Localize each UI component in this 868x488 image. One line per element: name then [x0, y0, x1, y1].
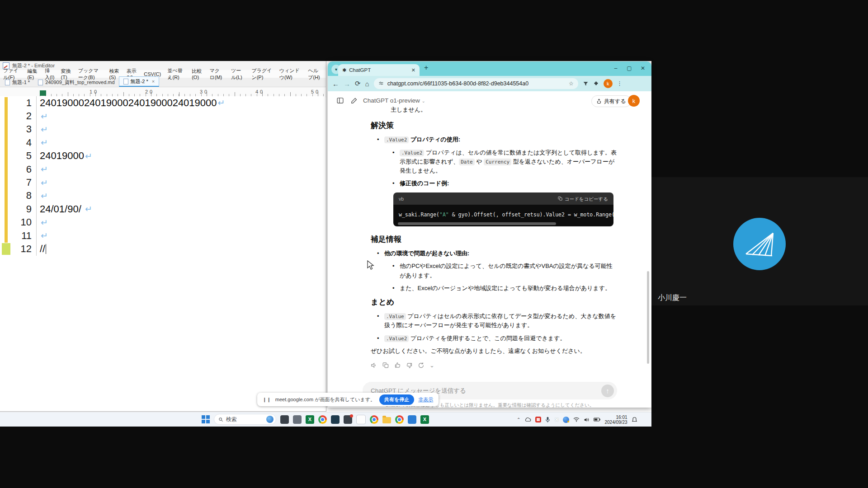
thumbs-up-icon[interactable]	[394, 362, 401, 369]
taskbar-app-icon-badge[interactable]	[344, 415, 352, 424]
forward-button[interactable]: →	[344, 80, 350, 88]
taskbar-app-icon[interactable]	[293, 415, 302, 424]
emeditor-tab[interactable]: 240909_資料_top_removed.md	[34, 78, 118, 87]
taskbar-excel-icon[interactable]: X	[420, 415, 429, 424]
chevron-down-icon[interactable]: ⌄	[429, 361, 434, 370]
emeditor-menu-item[interactable]: プラグイン(P)	[248, 67, 276, 81]
url-text[interactable]: chatgpt.com/c/66f11035-b634-800d-8f82-d9…	[387, 80, 529, 87]
new-chat-icon[interactable]	[350, 97, 358, 104]
copy-icon[interactable]	[382, 362, 389, 369]
read-aloud-icon[interactable]	[371, 362, 377, 369]
filter-extension-icon[interactable]	[583, 81, 589, 87]
tab-close-icon[interactable]: ×	[152, 79, 155, 84]
bookmark-star-icon[interactable]: ☆	[569, 80, 574, 87]
onedrive-cloud-icon[interactable]	[524, 417, 531, 422]
editor-line[interactable]: 2↵	[0, 109, 326, 122]
copy-code-button[interactable]: コードをコピーする	[558, 195, 608, 202]
taskbar-chrome-icon[interactable]	[395, 415, 404, 424]
emeditor-tab[interactable]: 無題-2 *×	[119, 76, 160, 87]
emeditor-menu-item[interactable]: ツール(L)	[228, 67, 248, 81]
tray-x-icon[interactable]: ✕	[554, 417, 559, 423]
tab-close-icon[interactable]: ✕	[411, 67, 415, 73]
taskbar-search[interactable]: 検索	[214, 414, 276, 425]
line-text[interactable]: ↵	[36, 136, 326, 149]
line-text[interactable]: ↵	[36, 216, 326, 229]
editor-line[interactable]: 12//	[0, 242, 326, 255]
wifi-icon[interactable]	[573, 417, 580, 422]
editor-line[interactable]: 924/01/90/ ↵	[0, 202, 326, 216]
taskbar-app-icon[interactable]	[331, 415, 340, 424]
speaker-icon[interactable]	[584, 417, 590, 422]
taskbar-clock[interactable]: 16:01 2024/09/23	[604, 415, 627, 425]
editor-line[interactable]: 124019000240190002401900024019000↵	[0, 96, 326, 109]
site-settings-icon[interactable]	[378, 81, 384, 86]
taskbar-excel-icon[interactable]: X	[306, 415, 314, 424]
line-text[interactable]: //	[36, 242, 326, 255]
line-text[interactable]: 24019000240190002401900024019000↵	[36, 96, 326, 109]
microphone-icon[interactable]	[545, 417, 550, 423]
back-button[interactable]: ←	[332, 80, 339, 88]
editor-line[interactable]: 7↵	[0, 176, 326, 189]
hide-link[interactable]: 非表示	[418, 396, 433, 403]
emeditor-tab[interactable]: 無題-1 *	[1, 78, 34, 87]
code-scrollbar[interactable]	[393, 221, 613, 226]
code-scrollbar-thumb[interactable]	[398, 222, 556, 225]
line-text[interactable]: 24019000↵	[36, 150, 326, 163]
thumbs-down-icon[interactable]	[406, 362, 413, 369]
taskbar-app-icon[interactable]	[280, 415, 289, 424]
maximize-button[interactable]: ▢	[623, 62, 636, 74]
regenerate-icon[interactable]	[418, 362, 425, 369]
notification-bell-icon[interactable]	[632, 417, 637, 423]
page-scrollbar[interactable]	[647, 271, 649, 364]
emeditor-text-area[interactable]: 124019000240190002401900024019000↵2↵3↵4↵…	[0, 96, 326, 411]
ruler-number: 20	[145, 89, 154, 94]
editor-line[interactable]: 4↵	[0, 136, 326, 149]
editor-line[interactable]: 10↵	[0, 216, 326, 229]
editor-line[interactable]: 6↵	[0, 163, 326, 176]
close-button[interactable]: ✕	[636, 62, 650, 74]
emeditor-menu-item[interactable]: 比較(O)	[189, 68, 206, 80]
line-text[interactable]: ↵	[36, 229, 326, 242]
browser-tab-chatgpt[interactable]: ✱ ChatGPT ✕	[338, 64, 420, 76]
line-text[interactable]: 24/01/90/ ↵	[36, 202, 326, 216]
home-button[interactable]: ⌂	[365, 80, 369, 88]
editor-line[interactable]: 8↵	[0, 189, 326, 202]
send-button[interactable]: ↑	[601, 385, 614, 397]
sidebar-toggle-icon[interactable]	[336, 97, 344, 104]
line-text[interactable]: ↵	[36, 163, 326, 176]
emeditor-menu-item[interactable]: CSV(C)	[141, 71, 164, 77]
emeditor-menu-item[interactable]: マクロ(M)	[206, 67, 228, 81]
start-button[interactable]	[202, 415, 210, 423]
editor-line[interactable]: 11↵	[0, 229, 326, 242]
address-bar[interactable]: chatgpt.com/c/66f11035-b634-800d-8f82-d9…	[374, 78, 578, 89]
emeditor-menu-item[interactable]: ヘルプ(H)	[305, 67, 326, 81]
reload-button[interactable]: ⟳	[355, 80, 361, 88]
tray-sphere-icon[interactable]	[563, 417, 569, 423]
model-selector[interactable]: ChatGPT o1-preview ⌄	[363, 97, 425, 104]
code-text[interactable]: w_saki.Range("A" & gyo).Offset(, offset_…	[393, 205, 613, 221]
line-text[interactable]: ↵	[36, 109, 326, 122]
taskbar-app-icon[interactable]	[408, 415, 416, 424]
line-text[interactable]: ↵	[36, 176, 326, 189]
editor-line[interactable]: 524019000↵	[0, 150, 326, 163]
battery-icon[interactable]	[594, 418, 600, 422]
account-avatar[interactable]: k	[628, 95, 640, 107]
taskbar-notepad-icon[interactable]	[356, 415, 366, 424]
minimize-button[interactable]: –	[609, 62, 623, 74]
new-tab-button[interactable]: +	[424, 64, 428, 72]
emeditor-menu-item[interactable]: 並べ替え(R)	[164, 67, 189, 81]
tray-expand-icon[interactable]: ⌃	[517, 417, 520, 422]
copilot-icon[interactable]	[266, 416, 274, 423]
editor-line[interactable]: 3↵	[0, 123, 326, 136]
taskbar-explorer-icon[interactable]	[382, 417, 391, 423]
line-text[interactable]: ↵	[36, 123, 326, 136]
chrome-menu-icon[interactable]: ⋮	[617, 80, 623, 87]
tray-app-icon[interactable]	[535, 417, 541, 422]
browser-profile-avatar[interactable]: k	[604, 79, 613, 88]
extension-icon[interactable]	[593, 81, 599, 87]
taskbar-chrome-icon[interactable]	[318, 415, 327, 424]
stop-sharing-button[interactable]: 共有を停止	[379, 394, 414, 405]
emeditor-menu-item[interactable]: ウィンドウ(W)	[276, 67, 305, 81]
line-text[interactable]: ↵	[36, 189, 326, 202]
taskbar-chrome-icon[interactable]	[370, 415, 378, 424]
